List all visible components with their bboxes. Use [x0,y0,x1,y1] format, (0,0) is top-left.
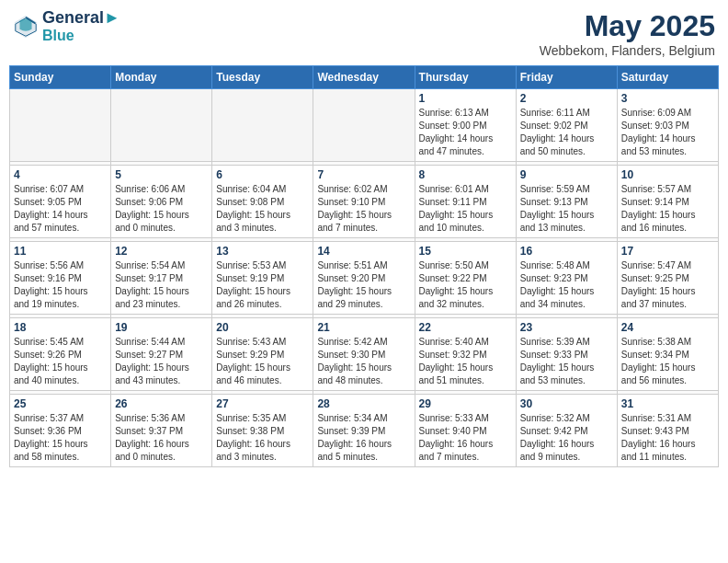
table-cell [313,89,415,162]
day-info: Sunrise: 5:51 AM Sunset: 9:20 PM Dayligh… [317,259,410,311]
table-cell: 6Sunrise: 6:04 AM Sunset: 9:08 PM Daylig… [212,166,313,238]
day-number: 30 [520,397,613,410]
day-info: Sunrise: 5:50 AM Sunset: 9:22 PM Dayligh… [419,259,512,311]
day-number: 15 [419,245,512,258]
day-number: 16 [520,245,613,258]
day-number: 27 [216,397,309,410]
day-info: Sunrise: 6:11 AM Sunset: 9:02 PM Dayligh… [520,107,613,158]
table-cell: 11Sunrise: 5:56 AM Sunset: 9:16 PM Dayli… [10,242,111,315]
day-info: Sunrise: 5:40 AM Sunset: 9:32 PM Dayligh… [419,336,512,387]
table-cell: 29Sunrise: 5:33 AM Sunset: 9:40 PM Dayli… [415,395,516,467]
col-saturday: Saturday [617,66,718,89]
day-info: Sunrise: 5:31 AM Sunset: 9:43 PM Dayligh… [621,412,714,464]
day-info: Sunrise: 6:09 AM Sunset: 9:03 PM Dayligh… [621,107,714,158]
day-number: 18 [14,321,107,334]
week-row-5: 25Sunrise: 5:37 AM Sunset: 9:36 PM Dayli… [10,395,719,467]
day-info: Sunrise: 5:35 AM Sunset: 9:38 PM Dayligh… [216,412,309,464]
week-row-1: 1Sunrise: 6:13 AM Sunset: 9:00 PM Daylig… [10,89,719,162]
day-number: 23 [520,321,613,334]
week-row-2: 4Sunrise: 6:07 AM Sunset: 9:05 PM Daylig… [10,166,719,238]
week-row-4: 18Sunrise: 5:45 AM Sunset: 9:26 PM Dayli… [10,318,719,391]
day-number: 8 [419,168,512,181]
day-number: 19 [115,321,208,334]
day-info: Sunrise: 5:42 AM Sunset: 9:30 PM Dayligh… [317,336,410,387]
table-cell: 22Sunrise: 5:40 AM Sunset: 9:32 PM Dayli… [415,318,516,391]
day-number: 13 [216,245,309,258]
table-cell: 2Sunrise: 6:11 AM Sunset: 9:02 PM Daylig… [516,89,617,162]
day-number: 4 [14,168,107,181]
table-cell: 4Sunrise: 6:07 AM Sunset: 9:05 PM Daylig… [10,166,111,238]
day-number: 3 [621,92,714,105]
day-info: Sunrise: 5:44 AM Sunset: 9:27 PM Dayligh… [115,336,208,387]
week-row-3: 11Sunrise: 5:56 AM Sunset: 9:16 PM Dayli… [10,242,719,315]
day-info: Sunrise: 6:06 AM Sunset: 9:06 PM Dayligh… [115,183,208,235]
logo-text: General► Blue [42,9,120,43]
day-info: Sunrise: 5:53 AM Sunset: 9:19 PM Dayligh… [216,259,309,311]
table-cell: 8Sunrise: 6:01 AM Sunset: 9:11 PM Daylig… [415,166,516,238]
day-info: Sunrise: 5:33 AM Sunset: 9:40 PM Dayligh… [419,412,512,464]
day-info: Sunrise: 6:07 AM Sunset: 9:05 PM Dayligh… [14,183,107,235]
day-info: Sunrise: 5:39 AM Sunset: 9:33 PM Dayligh… [520,336,613,387]
table-cell: 26Sunrise: 5:36 AM Sunset: 9:37 PM Dayli… [111,395,212,467]
day-info: Sunrise: 5:47 AM Sunset: 9:25 PM Dayligh… [621,259,714,311]
day-number: 1 [419,92,512,105]
day-info: Sunrise: 5:48 AM Sunset: 9:23 PM Dayligh… [520,259,613,311]
day-number: 5 [115,168,208,181]
day-info: Sunrise: 6:02 AM Sunset: 9:10 PM Dayligh… [317,183,410,235]
table-cell [111,89,212,162]
calendar-table: Sunday Monday Tuesday Wednesday Thursday… [9,65,719,467]
calendar-subtitle: Webbekom, Flanders, Belgium [540,43,715,58]
day-info: Sunrise: 5:37 AM Sunset: 9:36 PM Dayligh… [14,412,107,464]
col-tuesday: Tuesday [212,66,313,89]
table-cell: 24Sunrise: 5:38 AM Sunset: 9:34 PM Dayli… [617,318,718,391]
logo: General► Blue [13,9,120,43]
table-cell: 27Sunrise: 5:35 AM Sunset: 9:38 PM Dayli… [212,395,313,467]
page-header: General► Blue May 2025 Webbekom, Flander… [9,9,719,58]
day-number: 21 [317,321,410,334]
day-info: Sunrise: 5:36 AM Sunset: 9:37 PM Dayligh… [115,412,208,464]
day-number: 2 [520,92,613,105]
table-cell: 20Sunrise: 5:43 AM Sunset: 9:29 PM Dayli… [212,318,313,391]
table-cell: 25Sunrise: 5:37 AM Sunset: 9:36 PM Dayli… [10,395,111,467]
day-info: Sunrise: 5:34 AM Sunset: 9:39 PM Dayligh… [317,412,410,464]
day-number: 22 [419,321,512,334]
table-cell: 18Sunrise: 5:45 AM Sunset: 9:26 PM Dayli… [10,318,111,391]
day-info: Sunrise: 5:54 AM Sunset: 9:17 PM Dayligh… [115,259,208,311]
day-number: 29 [419,397,512,410]
col-monday: Monday [111,66,212,89]
table-cell: 31Sunrise: 5:31 AM Sunset: 9:43 PM Dayli… [617,395,718,467]
table-cell: 23Sunrise: 5:39 AM Sunset: 9:33 PM Dayli… [516,318,617,391]
table-cell [212,89,313,162]
table-cell: 21Sunrise: 5:42 AM Sunset: 9:30 PM Dayli… [313,318,415,391]
table-cell: 5Sunrise: 6:06 AM Sunset: 9:06 PM Daylig… [111,166,212,238]
day-info: Sunrise: 6:13 AM Sunset: 9:00 PM Dayligh… [419,107,512,158]
title-block: May 2025 Webbekom, Flanders, Belgium [540,9,715,58]
day-info: Sunrise: 5:32 AM Sunset: 9:42 PM Dayligh… [520,412,613,464]
day-info: Sunrise: 5:59 AM Sunset: 9:13 PM Dayligh… [520,183,613,235]
day-info: Sunrise: 6:04 AM Sunset: 9:08 PM Dayligh… [216,183,309,235]
table-cell: 1Sunrise: 6:13 AM Sunset: 9:00 PM Daylig… [415,89,516,162]
day-info: Sunrise: 5:43 AM Sunset: 9:29 PM Dayligh… [216,336,309,387]
day-number: 10 [621,168,714,181]
table-cell: 14Sunrise: 5:51 AM Sunset: 9:20 PM Dayli… [313,242,415,315]
table-cell: 28Sunrise: 5:34 AM Sunset: 9:39 PM Dayli… [313,395,415,467]
table-cell: 15Sunrise: 5:50 AM Sunset: 9:22 PM Dayli… [415,242,516,315]
day-number: 9 [520,168,613,181]
calendar-title: May 2025 [540,9,715,43]
day-number: 6 [216,168,309,181]
day-number: 20 [216,321,309,334]
day-info: Sunrise: 5:38 AM Sunset: 9:34 PM Dayligh… [621,336,714,387]
table-cell: 19Sunrise: 5:44 AM Sunset: 9:27 PM Dayli… [111,318,212,391]
table-cell: 30Sunrise: 5:32 AM Sunset: 9:42 PM Dayli… [516,395,617,467]
day-number: 26 [115,397,208,410]
day-number: 17 [621,245,714,258]
table-cell: 16Sunrise: 5:48 AM Sunset: 9:23 PM Dayli… [516,242,617,315]
day-number: 12 [115,245,208,258]
day-number: 31 [621,397,714,410]
day-number: 7 [317,168,410,181]
table-cell: 9Sunrise: 5:59 AM Sunset: 9:13 PM Daylig… [516,166,617,238]
day-info: Sunrise: 6:01 AM Sunset: 9:11 PM Dayligh… [419,183,512,235]
day-info: Sunrise: 5:56 AM Sunset: 9:16 PM Dayligh… [14,259,107,311]
table-cell: 13Sunrise: 5:53 AM Sunset: 9:19 PM Dayli… [212,242,313,315]
logo-icon [13,14,39,40]
